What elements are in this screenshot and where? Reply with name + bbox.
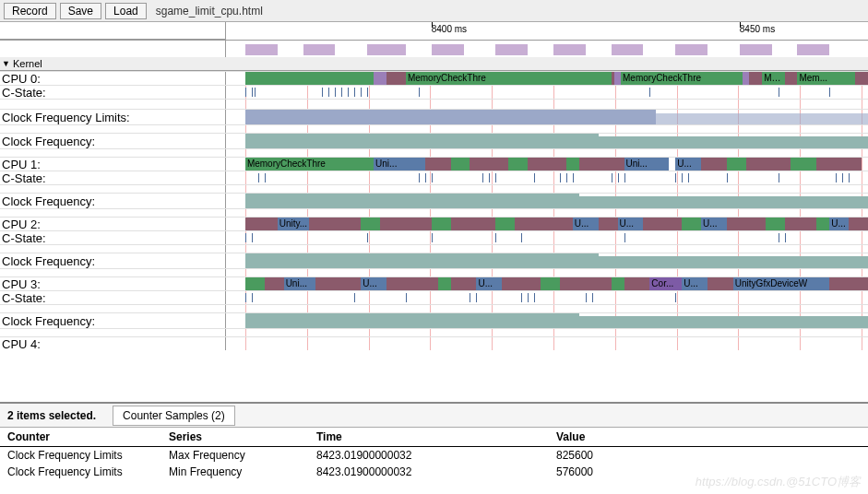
trace-segment[interactable] xyxy=(727,218,766,230)
trace-segment[interactable] xyxy=(816,158,862,171)
track-label: C-State: xyxy=(0,171,226,184)
trace-segment[interactable]: U... xyxy=(829,218,849,230)
tracks-area[interactable]: CPU 0:MemoryCheckThreMemoryCheckThreMemM… xyxy=(0,71,868,418)
trace-segment[interactable]: Uni... xyxy=(374,158,425,171)
trace-segment[interactable] xyxy=(470,158,508,171)
trace-segment[interactable] xyxy=(727,158,746,171)
trace-segment[interactable]: Uni... xyxy=(624,158,670,171)
trace-segment[interactable] xyxy=(566,158,579,171)
trace-segment[interactable] xyxy=(682,218,701,230)
table-row[interactable]: Clock Frequency Limits Max Frequency 842… xyxy=(0,447,868,464)
kernel-label: Kernel xyxy=(13,58,42,69)
track-label xyxy=(0,269,226,276)
overview-strip[interactable] xyxy=(0,41,868,57)
cell: 8423.01900000032 xyxy=(316,465,556,478)
track-row: CPU 2:Unity...U...U...U...U... xyxy=(0,217,868,230)
trace-segment[interactable]: Unity... xyxy=(278,218,310,230)
trace-segment[interactable] xyxy=(579,158,624,171)
trace-segment[interactable] xyxy=(245,72,374,85)
trace-segment[interactable]: U... xyxy=(701,218,727,230)
col-series[interactable]: Series xyxy=(169,430,316,443)
trace-segment[interactable] xyxy=(451,218,496,230)
trace-segment[interactable] xyxy=(451,277,477,290)
trace-segment[interactable] xyxy=(785,72,798,85)
trace-segment[interactable] xyxy=(849,218,868,230)
track-row: C-State: xyxy=(0,290,868,304)
trace-segment[interactable]: Cor... xyxy=(649,277,682,290)
trace-segment[interactable] xyxy=(265,277,284,290)
trace-segment[interactable]: MemoryCheckThre xyxy=(245,158,374,171)
track-label: C-State: xyxy=(0,291,226,304)
trace-segment[interactable] xyxy=(707,277,733,290)
time-ruler: 8400 ms8450 ms xyxy=(0,22,868,41)
trace-segment[interactable] xyxy=(612,277,624,290)
trace-segment[interactable] xyxy=(614,72,621,85)
watermark: https://blog.csdn.@51CTO博客 xyxy=(696,474,861,490)
trace-segment[interactable] xyxy=(541,277,560,290)
toolbar: Record Save Load sgame_limit_cpu.html xyxy=(0,0,868,22)
trace-segment[interactable] xyxy=(749,72,762,85)
trace-segment[interactable] xyxy=(643,218,682,230)
track-label: Clock Frequency: xyxy=(0,253,226,268)
trace-segment[interactable]: U... xyxy=(361,277,386,290)
track-row: CPU 1:MemoryCheckThreUni...Uni...U... xyxy=(0,157,868,171)
trace-segment[interactable] xyxy=(245,218,278,230)
trace-segment[interactable]: Mem xyxy=(762,72,784,85)
trace-segment[interactable]: U... xyxy=(682,277,707,290)
trace-segment[interactable] xyxy=(791,158,816,171)
trace-segment[interactable] xyxy=(855,72,868,85)
trace-segment[interactable]: MemoryCheckThre xyxy=(621,72,743,85)
col-value[interactable]: Value xyxy=(556,430,861,443)
track-row: CPU 4: xyxy=(0,336,868,350)
load-button[interactable]: Load xyxy=(105,3,147,19)
trace-segment[interactable] xyxy=(766,218,785,230)
trace-segment[interactable] xyxy=(515,218,573,230)
col-time[interactable]: Time xyxy=(316,430,556,443)
cell: Min Frequency xyxy=(169,465,316,478)
trace-segment[interactable] xyxy=(829,277,868,290)
trace-segment[interactable] xyxy=(624,277,650,290)
trace-segment[interactable] xyxy=(309,218,361,230)
kernel-section-header[interactable]: ▼ Kernel xyxy=(0,57,868,71)
track-row: Clock Frequency: xyxy=(0,253,868,268)
trace-segment[interactable] xyxy=(746,158,791,171)
trace-segment[interactable] xyxy=(785,218,817,230)
trace-segment[interactable] xyxy=(425,158,451,171)
trace-segment[interactable] xyxy=(599,218,618,230)
tab-counter-samples[interactable]: Counter Samples (2) xyxy=(113,406,235,426)
trace-segment[interactable]: U... xyxy=(476,277,502,290)
record-button[interactable]: Record xyxy=(4,3,56,19)
trace-segment[interactable] xyxy=(743,72,749,85)
trace-segment[interactable]: UnityGfxDeviceW xyxy=(733,277,829,290)
trace-segment[interactable] xyxy=(508,158,528,171)
trace-segment[interactable] xyxy=(502,277,541,290)
col-counter[interactable]: Counter xyxy=(7,430,169,443)
trace-segment[interactable] xyxy=(386,277,438,290)
trace-segment[interactable] xyxy=(432,218,451,230)
trace-segment[interactable] xyxy=(495,218,515,230)
trace-segment[interactable] xyxy=(528,158,566,171)
trace-segment[interactable] xyxy=(438,277,451,290)
trace-segment[interactable] xyxy=(560,277,612,290)
trace-segment[interactable]: U... xyxy=(675,158,701,171)
trace-segment[interactable] xyxy=(451,158,470,171)
trace-segment[interactable] xyxy=(315,277,361,290)
trace-segment[interactable] xyxy=(380,218,432,230)
track-row: CPU 3:Uni...U...U...Cor...U...UnityGfxDe… xyxy=(0,276,868,290)
trace-segment[interactable]: Uni... xyxy=(284,277,316,290)
trace-segment[interactable] xyxy=(245,277,265,290)
save-button[interactable]: Save xyxy=(60,3,101,19)
track-label xyxy=(0,245,226,253)
trace-segment[interactable] xyxy=(701,158,727,171)
track-label: CPU 4: xyxy=(0,337,226,350)
trace-segment[interactable] xyxy=(361,218,380,230)
trace-segment[interactable] xyxy=(374,72,386,85)
track-row: CPU 0:MemoryCheckThreMemoryCheckThreMemM… xyxy=(0,71,868,85)
collapse-triangle-icon: ▼ xyxy=(2,59,10,68)
track-row: C-State: xyxy=(0,230,868,244)
trace-segment[interactable] xyxy=(816,218,829,230)
trace-segment[interactable]: U... xyxy=(573,218,599,230)
trace-segment[interactable] xyxy=(386,72,406,85)
trace-segment[interactable]: U... xyxy=(618,218,644,230)
trace-segment[interactable]: Mem... xyxy=(797,72,855,85)
